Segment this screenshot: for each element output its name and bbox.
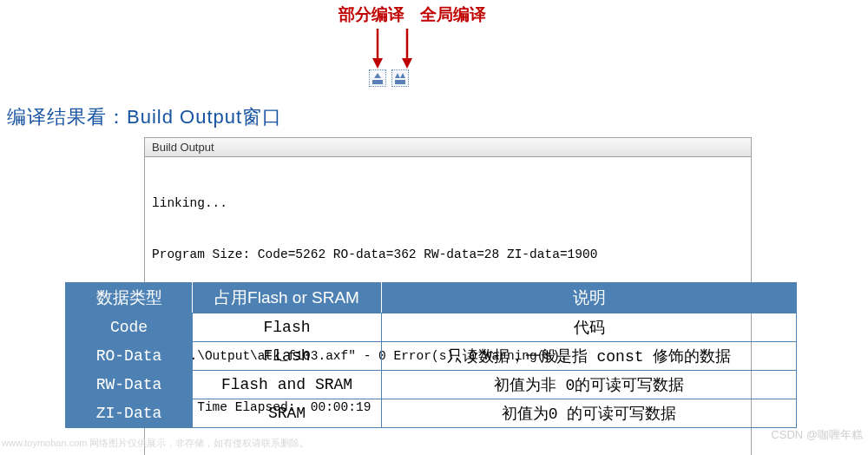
watermark-left: www.toymoban.com 网络图片仅供展示，非存储，如有侵权请联系删除。 [2,437,309,450]
table-row: RO-Data Flash 只读数据，一般是指 const 修饰的数据 [66,342,797,371]
data-type-table: 数据类型 占用Flash or SRAM 说明 Code Flash 代码 RO… [65,282,797,428]
compile-icons-row [369,69,409,87]
cell-where: SRAM [193,399,382,428]
header-description: 说明 [382,283,797,313]
build-output-title: Build Output [145,138,751,157]
svg-marker-1 [372,58,383,69]
table-header-row: 数据类型 占用Flash or SRAM 说明 [66,283,797,313]
header-flash-sram: 占用Flash or SRAM [193,283,382,313]
cell-where: Flash [193,342,382,371]
cell-type: RO-Data [66,342,193,371]
build-output-line: Program Size: Code=5262 RO-data=362 RW-d… [152,247,744,264]
svg-rect-6 [395,80,405,84]
watermark-right: CSDN @咖喱年糕 [771,427,863,443]
section-heading: 编译结果看：Build Output窗口 [7,104,282,130]
cell-desc: 代码 [382,313,797,342]
arrow-down-icon [401,29,413,69]
svg-marker-7 [395,73,400,78]
svg-marker-5 [374,73,381,78]
header-data-type: 数据类型 [66,283,193,313]
svg-rect-4 [372,80,383,84]
svg-marker-8 [400,73,405,78]
compile-type-labels: 部分编译 全局编译 [339,3,486,26]
label-partial-compile: 部分编译 [339,3,404,26]
cell-desc: 只读数据，一般是指 const 修饰的数据 [382,342,797,371]
cell-desc: 初值为非 0的可读可写数据 [382,371,797,399]
label-full-compile: 全局编译 [420,3,486,26]
arrow-down-icon [372,29,384,69]
table-row: ZI-Data SRAM 初值为0 的可读可写数据 [66,399,797,428]
svg-marker-3 [402,58,412,69]
table-row: RW-Data Flash and SRAM 初值为非 0的可读可写数据 [66,371,797,399]
partial-compile-button[interactable] [369,69,386,87]
cell-type: RW-Data [66,371,193,399]
table-row: Code Flash 代码 [66,313,797,342]
cell-type: Code [66,313,193,342]
build-output-line: linking... [152,195,744,213]
cell-where: Flash [193,313,382,342]
cell-where: Flash and SRAM [193,371,382,399]
full-compile-button[interactable] [391,69,409,87]
cell-desc: 初值为0 的可读可写数据 [382,399,797,428]
cell-type: ZI-Data [66,399,193,428]
